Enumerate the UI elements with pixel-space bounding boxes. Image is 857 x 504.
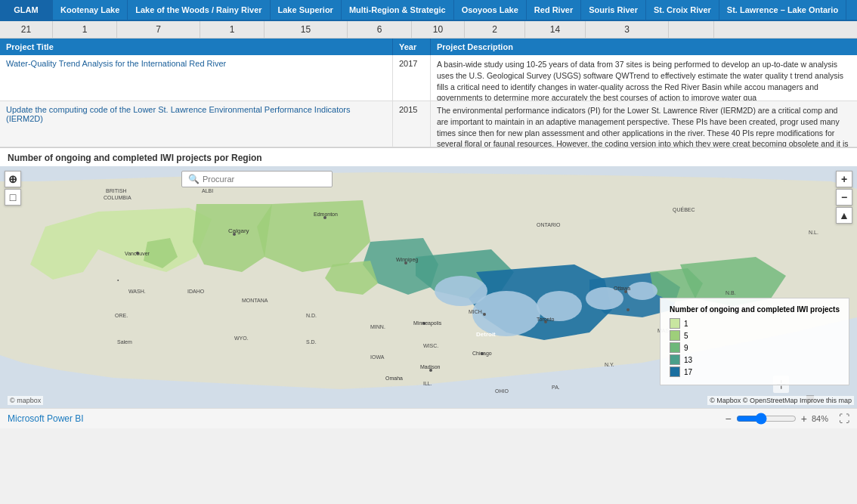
zoom-minus-button[interactable]: − bbox=[726, 413, 732, 425]
legend-item: 5 bbox=[670, 330, 840, 341]
legend-items: 1591317 bbox=[670, 318, 840, 377]
legend-color-swatch bbox=[670, 354, 680, 365]
map-search-bar[interactable]: 🔍 bbox=[181, 171, 333, 187]
svg-text:COLUMBIA: COLUMBIA bbox=[104, 195, 131, 200]
svg-text:Calgary: Calgary bbox=[228, 227, 249, 234]
svg-text:WASH.: WASH. bbox=[128, 289, 146, 294]
svg-text:OHIO: OHIO bbox=[495, 388, 509, 394]
tab-red-river[interactable]: Red River bbox=[527, 0, 581, 20]
mapbox-logo: © mapbox bbox=[8, 396, 43, 405]
svg-text:IDAHO: IDAHO bbox=[187, 289, 205, 294]
tab-souris-river[interactable]: Souris River bbox=[581, 0, 646, 20]
column-header-title: Project Title bbox=[0, 39, 393, 55]
svg-text:WYO.: WYO. bbox=[234, 335, 249, 341]
map-tool-square[interactable]: □ bbox=[5, 189, 21, 206]
svg-text:WISC.: WISC. bbox=[423, 343, 438, 348]
svg-text:ILL.: ILL. bbox=[423, 381, 432, 386]
legend-item: 1 bbox=[670, 318, 840, 329]
count-st--croix-river: 14 bbox=[525, 21, 586, 38]
legend-value-label: 13 bbox=[684, 356, 692, 364]
zoom-plus-button[interactable]: + bbox=[801, 413, 807, 425]
footer-right: − + 84% ⛶ bbox=[726, 413, 849, 425]
row-year: 2017 bbox=[393, 55, 431, 100]
table-section: Project Title Year Project Description W… bbox=[0, 39, 857, 148]
count-souris-river: 2 bbox=[465, 21, 525, 38]
map-attribution[interactable]: © Mapbox © OpenStreetMap Improve this ma… bbox=[707, 396, 854, 405]
footer: Microsoft Power BI − + 84% ⛶ bbox=[0, 408, 857, 428]
count-s--- bbox=[669, 21, 714, 38]
legend-color-swatch bbox=[670, 366, 680, 377]
map-zoom-out-button[interactable]: − bbox=[836, 189, 852, 206]
svg-text:MONTANA: MONTANA bbox=[242, 298, 268, 303]
tab-lake-superior[interactable]: Lake Superior bbox=[271, 0, 342, 20]
tab-lake-of-the-woods---rainy-river[interactable]: Lake of the Woods / Rainy River bbox=[128, 0, 270, 20]
legend-item: 9 bbox=[670, 342, 840, 353]
map-container[interactable]: Calgary Vancouver Edmonton Winnipeg Minn… bbox=[0, 166, 857, 408]
count-lake-of-the-woods---rainy-river: 7 bbox=[117, 21, 200, 38]
svg-text:ONTARIO: ONTARIO bbox=[537, 222, 561, 227]
count-red-river: 10 bbox=[412, 21, 465, 38]
svg-text:Winnipeg: Winnipeg bbox=[396, 257, 418, 263]
svg-text:Minneapolis: Minneapolis bbox=[413, 320, 442, 326]
map-zoom-in-button[interactable]: + bbox=[836, 171, 852, 187]
table-row[interactable]: Water-Quality Trend Analysis for the Int… bbox=[0, 55, 857, 101]
svg-text:QUÉBEC: QUÉBEC bbox=[673, 206, 695, 213]
fullscreen-icon[interactable]: ⛶ bbox=[839, 413, 849, 425]
row-year: 2015 bbox=[393, 101, 431, 147]
count-lake-superior: 1 bbox=[200, 21, 265, 38]
map-title: Number of ongoing and completed IWI proj… bbox=[0, 148, 857, 166]
legend-color-swatch bbox=[670, 318, 680, 329]
svg-text:BRITISH: BRITISH bbox=[106, 188, 127, 193]
tab-glam[interactable]: GLAM bbox=[0, 0, 53, 20]
legend-color-swatch bbox=[670, 342, 680, 353]
row-title: Update the computing code of the Lower S… bbox=[0, 101, 393, 147]
tab-multi-region---strategic[interactable]: Multi-Region & Strategic bbox=[342, 0, 454, 20]
legend-value-label: 5 bbox=[684, 332, 688, 340]
counts-wrapper: 21171156102143 bbox=[0, 21, 857, 39]
svg-text:ALBI: ALBI bbox=[202, 188, 213, 193]
svg-text:N.Y.: N.Y. bbox=[605, 362, 614, 367]
row-description: The environmental performance indicators… bbox=[431, 101, 857, 147]
svg-text:Detroit: Detroit bbox=[476, 331, 496, 338]
column-header-description: Project Description bbox=[431, 39, 857, 55]
map-tools: ⊕ □ bbox=[5, 171, 21, 206]
svg-text:N.D.: N.D. bbox=[306, 313, 317, 318]
tab-st--croix-river[interactable]: St. Croix River bbox=[646, 0, 719, 20]
map-search-input[interactable] bbox=[203, 175, 326, 184]
row-description: A basin-wide study using 10-25 years of … bbox=[431, 55, 857, 100]
column-header-year: Year bbox=[393, 39, 431, 55]
tab-kootenay-lake[interactable]: Kootenay Lake bbox=[53, 0, 128, 20]
legend-item: 17 bbox=[670, 366, 840, 377]
zoom-level-value: 84% bbox=[812, 414, 828, 423]
count-multi-region---strategic: 15 bbox=[265, 21, 348, 38]
count-osoyoos-lake: 6 bbox=[348, 21, 412, 38]
microsoft-power-bi-link[interactable]: Microsoft Power BI bbox=[8, 413, 84, 424]
legend-value-label: 17 bbox=[684, 368, 692, 376]
table-row[interactable]: Update the computing code of the Lower S… bbox=[0, 101, 857, 147]
svg-text:Omaha: Omaha bbox=[385, 376, 403, 381]
svg-text:ORE.: ORE. bbox=[115, 313, 128, 318]
tabs-container: GLAMKootenay LakeLake of the Woods / Rai… bbox=[0, 0, 857, 21]
legend-item: 13 bbox=[670, 354, 840, 365]
svg-point-13 bbox=[627, 308, 630, 311]
svg-point-4 bbox=[627, 282, 657, 300]
svg-text:N.L.: N.L. bbox=[809, 230, 818, 235]
map-north-button[interactable]: ▲ bbox=[836, 207, 852, 224]
svg-text:MINN.: MINN. bbox=[370, 324, 385, 329]
tab-osoyoos-lake[interactable]: Osoyoos Lake bbox=[454, 0, 527, 20]
count-glam: 21 bbox=[0, 21, 53, 38]
svg-text:Vancouver: Vancouver bbox=[125, 251, 150, 256]
svg-point-5 bbox=[435, 276, 487, 306]
tab-s---[interactable]: S... bbox=[846, 0, 857, 20]
tab-st--lawrence---lake-ontario[interactable]: St. Lawrence – Lake Ontario bbox=[719, 0, 846, 20]
svg-text:Salem: Salem bbox=[117, 339, 132, 345]
zoom-slider[interactable] bbox=[736, 413, 797, 425]
svg-text:Chicago: Chicago bbox=[472, 351, 492, 357]
svg-text:MICH.: MICH. bbox=[469, 309, 484, 314]
table-body: Water-Quality Trend Analysis for the Int… bbox=[0, 55, 857, 147]
map-tool-crosshair[interactable]: ⊕ bbox=[5, 171, 21, 187]
svg-text:Ottawa: Ottawa bbox=[614, 286, 630, 291]
legend-color-swatch bbox=[670, 330, 680, 341]
map-section: Number of ongoing and completed IWI proj… bbox=[0, 148, 857, 408]
legend-value-label: 9 bbox=[684, 344, 688, 352]
